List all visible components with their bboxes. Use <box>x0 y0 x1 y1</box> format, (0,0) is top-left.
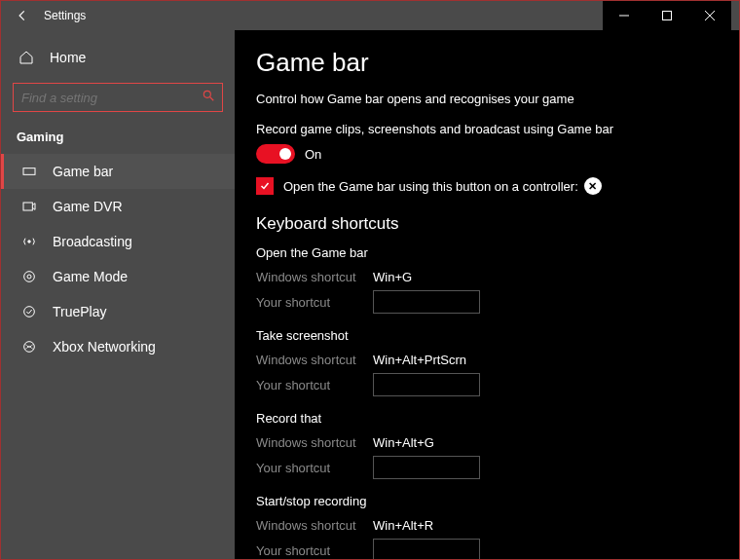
controller-checkbox-label: Open the Game bar using this button on a… <box>283 179 578 194</box>
sidebar-item-label: TruePlay <box>53 304 107 319</box>
your-shortcut-label: Your shortcut <box>256 295 373 310</box>
shortcuts-heading: Keyboard shortcuts <box>256 214 720 234</box>
svg-rect-1 <box>663 12 672 20</box>
shortcut-title: Start/stop recording <box>256 494 720 508</box>
titlebar: Settings <box>1 1 739 30</box>
sidebar: Home Gaming Game bar Game DVR <box>1 30 235 559</box>
svg-point-8 <box>28 241 31 243</box>
your-shortcut-input[interactable] <box>373 373 480 396</box>
windows-shortcut-value: Win+Alt+PrtScrn <box>373 353 466 367</box>
shortcut-start-stop-recording: Start/stop recording Windows shortcut Wi… <box>256 494 720 559</box>
windows-shortcut-label: Windows shortcut <box>256 270 373 284</box>
gamemode-icon <box>19 267 39 286</box>
sidebar-item-label: Game Mode <box>53 269 128 284</box>
windows-shortcut-value: Win+Alt+G <box>373 435 434 450</box>
windows-shortcut-value: Win+G <box>373 270 412 284</box>
home-icon <box>17 48 36 67</box>
xbox-networking-icon <box>19 337 39 356</box>
gamebar-icon <box>19 162 39 181</box>
sidebar-item-label: Broadcasting <box>53 234 132 249</box>
svg-rect-7 <box>23 203 32 210</box>
shortcut-take-screenshot: Take screenshot Windows shortcut Win+Alt… <box>256 328 720 397</box>
windows-shortcut-label: Windows shortcut <box>256 518 373 533</box>
your-shortcut-label: Your shortcut <box>256 461 373 475</box>
sidebar-home-label: Home <box>50 50 86 65</box>
minimize-button[interactable] <box>603 1 646 30</box>
shortcut-title: Record that <box>256 411 720 426</box>
sidebar-item-label: Game bar <box>53 164 113 179</box>
sidebar-item-xbox-networking[interactable]: Xbox Networking <box>1 329 235 364</box>
your-shortcut-input[interactable] <box>373 456 480 479</box>
shortcut-record-that: Record that Windows shortcut Win+Alt+G Y… <box>256 411 720 480</box>
windows-shortcut-value: Win+Alt+R <box>373 518 433 533</box>
xbox-icon: ✕ <box>584 177 602 195</box>
back-button[interactable] <box>9 2 36 29</box>
gamedvr-icon <box>19 197 39 216</box>
your-shortcut-label: Your shortcut <box>256 378 373 392</box>
maximize-button[interactable] <box>646 1 688 30</box>
broadcasting-icon <box>19 232 39 251</box>
sidebar-item-label: Game DVR <box>53 199 123 214</box>
window-title: Settings <box>44 9 86 22</box>
shortcut-open-gamebar: Open the Game bar Windows shortcut Win+G… <box>256 245 720 315</box>
windows-shortcut-label: Windows shortcut <box>256 353 373 367</box>
your-shortcut-input[interactable] <box>373 290 480 314</box>
shortcut-title: Open the Game bar <box>256 245 720 260</box>
shortcut-title: Take screenshot <box>256 328 720 343</box>
trueplay-icon <box>19 302 39 321</box>
main-content: Game bar Control how Game bar opens and … <box>235 30 739 559</box>
page-subtitle: Control how Game bar opens and recognise… <box>256 92 720 106</box>
close-button[interactable] <box>688 1 731 30</box>
toggle-state-text: On <box>305 147 321 162</box>
your-shortcut-input[interactable] <box>373 539 480 559</box>
windows-shortcut-label: Windows shortcut <box>256 435 373 450</box>
page-title: Game bar <box>256 48 720 78</box>
sidebar-item-trueplay[interactable]: TruePlay <box>1 294 235 329</box>
sidebar-item-label: Xbox Networking <box>53 339 156 355</box>
your-shortcut-label: Your shortcut <box>256 543 373 558</box>
svg-point-11 <box>24 307 35 317</box>
record-toggle[interactable] <box>256 144 295 164</box>
search-input[interactable] <box>13 83 223 112</box>
record-toggle-label: Record game clips, screenshots and broad… <box>256 122 720 136</box>
controller-checkbox[interactable] <box>256 177 274 195</box>
sidebar-section-title: Gaming <box>1 124 235 154</box>
sidebar-item-broadcasting[interactable]: Broadcasting <box>1 224 235 259</box>
svg-point-10 <box>27 275 31 279</box>
sidebar-item-game-bar[interactable]: Game bar <box>1 154 235 189</box>
sidebar-item-game-mode[interactable]: Game Mode <box>1 259 235 294</box>
svg-point-9 <box>24 272 35 282</box>
sidebar-home[interactable]: Home <box>1 40 235 75</box>
svg-rect-6 <box>23 168 35 175</box>
sidebar-item-game-dvr[interactable]: Game DVR <box>1 189 235 224</box>
